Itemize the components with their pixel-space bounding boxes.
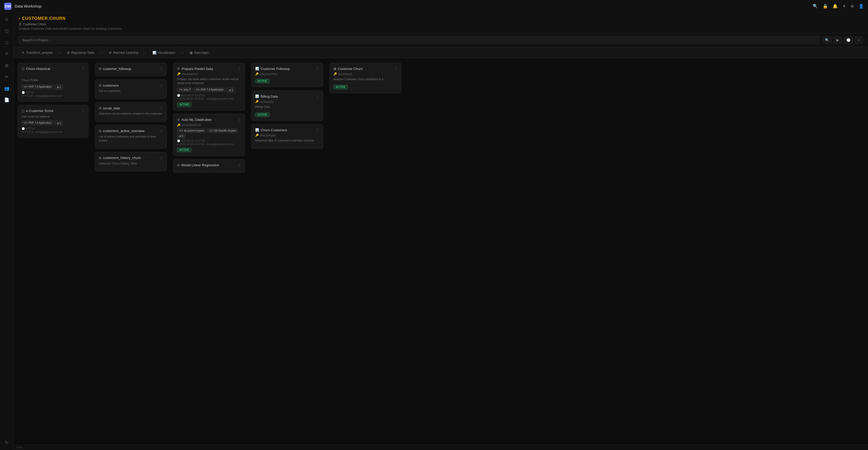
- history-button[interactable]: 🕐: [843, 36, 854, 44]
- time2-score: ✏ 7:39:15 - mvega@grupoenx.com: [22, 131, 85, 133]
- code-icon: </>: [24, 85, 27, 88]
- sidebar-item-docs[interactable]: 📄: [2, 95, 11, 105]
- card-menu-customer-churn-app[interactable]: ⋮: [394, 66, 398, 71]
- add-button[interactable]: +: [855, 36, 863, 44]
- vis-icon: 📊: [153, 51, 156, 55]
- key-icon-billing: 🔑: [255, 100, 259, 103]
- apps-icon-churn: ▦: [333, 67, 336, 71]
- lock-icon[interactable]: 🔒: [823, 4, 828, 9]
- card-menu-prepare[interactable]: ⋮: [238, 66, 241, 71]
- status-vis-followup: ACTIVE: [255, 79, 270, 83]
- card-desc-customers: List of customers: [99, 89, 163, 93]
- card-automl[interactable]: ⚙ Auto ML DataKubes ⋮ 🔑 gDGEMWBVr6 </> d…: [173, 114, 245, 156]
- tab-visualization[interactable]: 📊 Visualization: [147, 47, 181, 58]
- sidebar-item-analytics[interactable]: ◫: [2, 26, 11, 35]
- table-icon: ☰: [19, 23, 22, 26]
- progress-bar: 0.0%: [13, 445, 868, 450]
- card-customer-score[interactable]: ◫ e Customer Score ⋮ imer score by balan…: [18, 105, 89, 138]
- card-title-prepare: Prepare Predict Data: [181, 67, 213, 71]
- card-customer-followup[interactable]: ⊞ customer_followup ⋮: [95, 63, 167, 76]
- sidebar-item-home[interactable]: ⌂: [2, 15, 11, 24]
- card-customers-active[interactable]: ⊞ customers_active_overview ⋮ List of ac…: [95, 125, 167, 149]
- card-menu-social[interactable]: ⋮: [159, 106, 163, 110]
- card-id-customer-churn-app: 🔑 Im1FKksrlf: [333, 72, 398, 76]
- run-button[interactable]: ▶: [834, 36, 842, 44]
- search-icon[interactable]: 🔍: [813, 4, 818, 9]
- card-menu-history[interactable]: ⋮: [159, 156, 163, 160]
- sidebar-item-refresh[interactable]: ↻: [2, 438, 11, 447]
- integrations-icon[interactable]: ⊕: [850, 4, 854, 9]
- date1-prepare: 🕐 2021-09-24 14:27:56: [177, 94, 241, 97]
- card-id-vis-followup: 🔑 QNzUneTFVL: [255, 72, 319, 76]
- card-social-data[interactable]: ⊞ social_data ⋮ Data from social network…: [95, 102, 167, 122]
- card-churn-historical[interactable]: ◫ Churn Historical ⋮ Churn Profile </> P…: [18, 63, 89, 102]
- card-churn-customers[interactable]: 📊 Churn Customers ⋮ 🔑 zRtrJDPpNX Histori…: [251, 124, 323, 148]
- card-menu-regression[interactable]: ⋮: [238, 163, 241, 167]
- tab-ml[interactable]: ⚙ Machine Learning: [103, 47, 143, 58]
- tab-transform[interactable]: ✎ Transform, prepare: [17, 47, 58, 58]
- tag-dk-automl: </> DK AutoML Engine: [207, 129, 238, 133]
- code-icon-automl2: </>: [209, 129, 213, 132]
- card-customers-history[interactable]: ⊞ customers_history_churn ⋮ Customer Chu…: [95, 152, 167, 171]
- card-menu-followup[interactable]: ⋮: [159, 66, 163, 71]
- sidebar-item-users[interactable]: 👥: [2, 84, 11, 93]
- card-desc-churn-customers: Historical data of customers and their c…: [255, 139, 319, 142]
- card-billing-data[interactable]: 📊 Billing Data ⋮ 🔑 I2VIdvkIEe Billing Da…: [251, 90, 323, 121]
- search-button[interactable]: 🔍: [822, 36, 832, 44]
- card-menu-churn-customers[interactable]: ⋮: [316, 128, 319, 132]
- sidebar-item-grid[interactable]: ⊞: [2, 61, 11, 70]
- card-desc-billing: Billing Data: [255, 105, 319, 109]
- date2-prepare: ✏ 2021-08-06 18:52:15 - mvega@grupoenx.c…: [177, 97, 241, 100]
- sidebar-item-paint[interactable]: ✏: [2, 72, 11, 81]
- arrow-icon-4: ›: [182, 50, 184, 55]
- code-icon-prepare: </>: [179, 88, 183, 91]
- card-id-automl: 🔑 gDGEMWBVr6: [177, 123, 241, 127]
- card-customers[interactable]: ⊞ customers ⋮ List of customers: [95, 79, 167, 99]
- card-menu-vis-followup[interactable]: ⋮: [316, 66, 319, 71]
- ml-icon: ⚙: [109, 51, 112, 55]
- status-billing: ACTIVE: [255, 113, 270, 117]
- card-menu-active[interactable]: ⋮: [159, 129, 163, 133]
- card-desc-active: List of active customers and overview of…: [99, 135, 163, 143]
- card-menu-customers[interactable]: ⋮: [159, 83, 163, 87]
- card-menu-automl[interactable]: ⋮: [238, 118, 241, 122]
- progress-text: 0.0%: [17, 446, 23, 449]
- card-menu-customer-score[interactable]: ⋮: [81, 109, 85, 113]
- bell-icon[interactable]: 🔔: [833, 4, 838, 9]
- user-icon[interactable]: 👤: [859, 4, 864, 9]
- sidebar-item-database[interactable]: ◻: [2, 37, 11, 47]
- arrow-icon-2: ›: [101, 50, 102, 55]
- table-icon-social: ⊞: [99, 106, 101, 110]
- search-input[interactable]: [19, 36, 820, 44]
- card-vis-followup[interactable]: 📊 Customer Followup ⋮ 🔑 QNzUneTFVL ACTIV…: [251, 63, 323, 87]
- apps-icon: ▦: [190, 51, 193, 55]
- card-title-customer-churn-app: Customer Churn: [338, 67, 363, 71]
- tab-repository[interactable]: ⊞ Repository Table: [62, 47, 100, 58]
- sidebar-bottom: ↻: [2, 438, 11, 450]
- card-menu-billing[interactable]: ⋮: [316, 94, 319, 99]
- project-description: Analyze Customer Data and predict custom…: [19, 27, 863, 31]
- card-id-billing: 🔑 I2VIdvkIEe: [255, 100, 319, 103]
- card-desc-social: Data from social networks related to the…: [99, 112, 163, 116]
- tab-dataapps[interactable]: ▦ Data Apps: [185, 47, 214, 58]
- cards-area: ◫ Churn Historical ⋮ Churn Profile </> P…: [13, 58, 868, 450]
- tag-php7-prepare: </> php-7: [177, 87, 193, 92]
- key-icon-churn-customers: 🔑: [255, 134, 259, 137]
- settings-icon[interactable]: ✦: [842, 4, 846, 9]
- vis-icon-billing: 📊: [255, 94, 259, 98]
- card-title-customer-score: e Customer Score: [26, 109, 54, 113]
- project-name: Customer Churn: [23, 23, 46, 26]
- count-score: ⊕ 2: [55, 120, 63, 126]
- tag-php-historical: </> PHP 7.4 Application: [22, 85, 54, 89]
- tag-php-score: </> PHP 7.4 Application: [22, 120, 54, 125]
- card-table-icon: ◫: [22, 67, 25, 71]
- sidebar-item-lists[interactable]: ≡: [2, 49, 11, 58]
- app-logo[interactable]: DW: [4, 3, 11, 10]
- card-prepare-predict[interactable]: ⚙ Prepare Predict Data ⋮ 🔑 XIeo9IaUVN Pr…: [173, 63, 245, 111]
- status-prepare: ACTIVE: [177, 102, 191, 107]
- arrow-icon-3: ›: [145, 50, 146, 55]
- card-menu-churn-historical[interactable]: ⋮: [81, 66, 85, 71]
- card-desc-churn-historical: [22, 72, 85, 76]
- card-customer-churn-app[interactable]: ▦ Customer Churn ⋮ 🔑 Im1FKksrlf Analyze …: [330, 63, 401, 93]
- card-linear-regression[interactable]: ⚙ Model Linear Regression ⋮: [173, 159, 245, 173]
